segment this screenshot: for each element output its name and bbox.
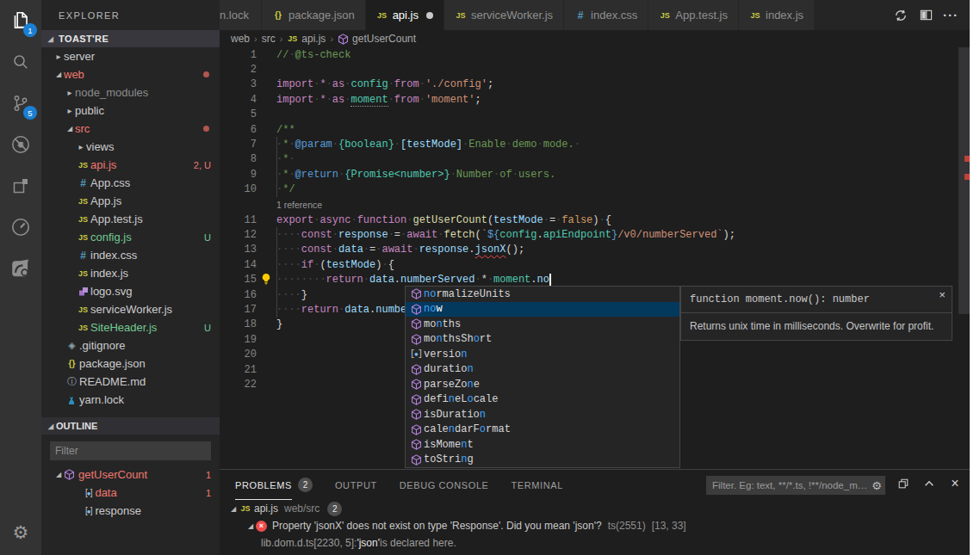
code-line-1: 1//·@ts-check (220, 47, 970, 62)
tab-bar: n.lock{}package.jsonJSapi.jsJSserviceWor… (220, 0, 970, 30)
line-number: 13 (220, 244, 257, 256)
file-tree-item-src[interactable]: src (41, 120, 220, 138)
file-tree-item-SiteHeader.js[interactable]: JSSiteHeader.jsU (41, 318, 220, 336)
file-label: public (75, 104, 220, 117)
js-file-icon: JS (76, 161, 90, 170)
badge-count: 1 (23, 23, 37, 37)
file-tree-item-serviceWorker.js[interactable]: JSserviceWorker.js (41, 300, 220, 318)
suggestion-item[interactable]: isDuration (406, 407, 679, 422)
dirty-dot-icon (426, 12, 433, 19)
suggestion-item[interactable]: defineLocale (406, 392, 679, 408)
tab-index.js[interactable]: JSindex.js (739, 0, 815, 30)
activity-source-control[interactable]: 5 (0, 83, 41, 124)
suggestion-item[interactable]: [●]version (406, 347, 679, 362)
code-text: /** (257, 124, 295, 136)
breadcrumb-getUserCount[interactable]: getUserCount (338, 33, 416, 45)
sync-icon[interactable] (892, 7, 909, 24)
tab-serviceWorker.js[interactable]: JSserviceWorker.js (444, 0, 564, 30)
panel-tab-output[interactable]: OUTPUT (335, 470, 377, 500)
chevron-expanded-icon (53, 471, 64, 478)
tab-App.test.js[interactable]: JSApp.test.js (648, 0, 739, 30)
git-status-badge: 2, U (194, 160, 211, 170)
file-tree-item-README.md[interactable]: ⓘREADME.md (41, 373, 220, 391)
file-tree-item-node_modules[interactable]: node_modules (41, 83, 220, 102)
activity-extensions[interactable] (0, 165, 41, 207)
filter-icon[interactable]: ⚙ (868, 479, 885, 492)
settings-gear-icon[interactable]: ⚙ (0, 514, 41, 552)
file-tree-item-web[interactable]: web (41, 65, 220, 83)
file-tree-item-logo.svg[interactable]: logo.svg (41, 282, 220, 300)
activity-share[interactable] (0, 248, 41, 289)
suggestion-item[interactable]: calendarFormat (406, 422, 679, 438)
panel-tab-problems[interactable]: PROBLEMS2 (235, 470, 313, 500)
suggestion-docs: function moment.now(): number × Returns … (680, 286, 952, 341)
search-icon (10, 52, 31, 72)
outline-item-data[interactable]: [●]data1 (41, 484, 220, 502)
activity-search[interactable] (0, 41, 41, 83)
codelens-references[interactable]: 1 reference (220, 197, 970, 213)
file-tree-item-config.js[interactable]: JSconfig.jsU (41, 228, 220, 246)
suggestion-item[interactable]: months (406, 317, 679, 332)
problems-filter-input[interactable] (706, 480, 868, 490)
tab-n.lock[interactable]: n.lock (220, 0, 262, 30)
file-tree-item-index.css[interactable]: #index.css (41, 246, 220, 264)
file-tree-item-package.json[interactable]: {}package.json (41, 355, 220, 373)
info-file-icon: ⓘ (65, 375, 79, 388)
file-tree-item-.gitignore[interactable]: ◈.gitignore (41, 336, 220, 355)
suggestion-item[interactable]: parseZone (406, 377, 679, 392)
suggestion-item[interactable]: duration (406, 362, 679, 378)
js-file-icon: JS (76, 324, 90, 332)
outline-filter-input[interactable] (50, 441, 211, 460)
outline-item-response[interactable]: [●]response (41, 502, 220, 520)
activity-explorer[interactable]: 1 (0, 0, 41, 41)
more-actions-icon[interactable]: ··· (942, 7, 959, 24)
line-number: 3 (220, 78, 257, 90)
related-symbol: 'json' (357, 537, 380, 549)
file-tree-item-App.js[interactable]: JSApp.js (41, 192, 220, 210)
activity-debug-disabled[interactable] (0, 124, 41, 165)
maximize-panel-icon[interactable] (921, 476, 937, 491)
panel-tab-terminal[interactable]: TERMINAL (512, 470, 563, 500)
close-icon[interactable]: × (939, 290, 946, 301)
method-symbol-icon (408, 439, 424, 450)
project-section-header[interactable]: TOAST'RE (41, 30, 220, 47)
breadcrumb-web[interactable]: web (231, 33, 250, 45)
file-tree-item-yarn.lock[interactable]: yarn.lock (41, 391, 220, 409)
file-tree-item-App.css[interactable]: #App.css (41, 174, 220, 192)
problems-file-row[interactable]: JSapi.jsweb/src2 (220, 500, 970, 517)
panel-tab-debug-console[interactable]: DEBUG CONSOLE (400, 470, 489, 500)
problems-related-row[interactable]: lib.dom.d.ts[2230, 5]: 'json' is declare… (220, 534, 970, 552)
file-tree-item-server[interactable]: server (41, 47, 220, 65)
tab-index.css[interactable]: #index.css (564, 0, 648, 30)
suggestion-item[interactable]: isMoment (406, 437, 679, 453)
split-editor-icon[interactable] (917, 7, 934, 24)
file-label: src (75, 122, 203, 135)
outline-item-getUserCount[interactable]: getUserCount1 (41, 466, 220, 484)
breadcrumb-src[interactable]: src (262, 33, 276, 45)
editor-scrollbar[interactable] (958, 47, 970, 314)
code-text: //·@ts-check (257, 49, 350, 61)
file-tree-item-api.js[interactable]: JSapi.js2, U (41, 156, 220, 174)
problems-error-row[interactable]: ×Property 'jsonX' does not exist on type… (220, 517, 970, 534)
tab-api.js[interactable]: JSapi.js (366, 0, 444, 30)
chevron-expanded-icon (46, 35, 56, 43)
js-file-icon: JS (76, 215, 90, 224)
breadcrumb-api.js[interactable]: JSapi.js (287, 33, 326, 45)
close-panel-icon[interactable]: × (947, 476, 963, 491)
outline-section-header[interactable]: OUTLINE (41, 417, 220, 435)
restore-panel-icon[interactable] (896, 476, 911, 491)
suggestion-item[interactable]: now (406, 302, 679, 318)
git-status-badge: U (204, 232, 211, 243)
code-line-10: 10·*/ (220, 182, 970, 197)
activity-dial[interactable] (0, 207, 41, 248)
file-tree-item-views[interactable]: views (41, 138, 220, 156)
file-tree-item-public[interactable]: public (41, 102, 220, 120)
line-number: 5 (220, 108, 257, 120)
suggestion-item[interactable]: monthsShort (406, 332, 679, 348)
tab-package.json[interactable]: {}package.json (262, 0, 366, 30)
suggestion-item[interactable]: normalizeUnits (406, 287, 679, 302)
js-file-icon: JS (287, 34, 301, 43)
file-tree-item-index.js[interactable]: JSindex.js (41, 264, 220, 282)
suggestion-item[interactable]: toString (406, 453, 679, 468)
file-tree-item-App.test.js[interactable]: JSApp.test.js (41, 210, 220, 228)
